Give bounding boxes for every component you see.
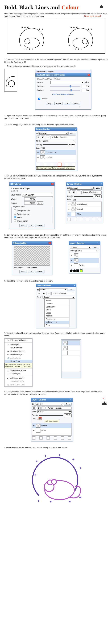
eye-icon[interactable]: 👁	[33, 430, 35, 432]
new-layer-icon[interactable]	[32, 436, 35, 440]
help-button[interactable]: Help	[46, 102, 53, 105]
anchor-layer-icon[interactable]	[65, 163, 68, 166]
cancel-button[interactable]: Cancel	[35, 270, 44, 273]
image-select[interactable]: Untitled-1	[34, 403, 63, 406]
eye-icon[interactable]: 👁	[68, 213, 70, 215]
duplicate-layer-icon[interactable]	[58, 163, 61, 166]
close-icon[interactable]: ×	[75, 128, 76, 130]
width-input[interactable]	[24, 198, 36, 201]
ok-button[interactable]: OK	[64, 102, 70, 105]
fill-fg-radio[interactable]	[14, 209, 16, 212]
navi-link[interactable]: ⊹Navigat...	[59, 292, 67, 294]
cancel-button[interactable]: Cancel	[71, 102, 80, 105]
presets-select[interactable]	[50, 81, 84, 84]
layer-lineart-copy[interactable]: 👁Line Art copy	[67, 202, 101, 207]
eye-icon[interactable]: 👁	[68, 208, 70, 210]
image-select[interactable]: Untitled-1	[70, 246, 91, 249]
height-input[interactable]	[24, 201, 36, 205]
brightness-slider[interactable]	[50, 86, 80, 87]
help-button[interactable]: Help	[19, 270, 27, 273]
tab-channels-icon[interactable]: ◧	[41, 136, 45, 139]
image-select[interactable]: Untitled-1	[39, 132, 68, 135]
raise-layer-icon[interactable]	[74, 218, 77, 221]
contrast-value[interactable]	[81, 89, 89, 92]
brush-swatch[interactable]	[76, 270, 79, 272]
mode-option[interactable]: Dodge	[45, 312, 69, 314]
image-select[interactable]: Untitled-1	[70, 187, 93, 190]
layer-lineart[interactable]: 👁Line Art	[32, 423, 71, 428]
tab-paths-icon[interactable]: 〰	[77, 190, 81, 194]
unit-select[interactable]: px	[37, 201, 43, 205]
layer-lineart-copy[interactable]: 👁Line Art copy	[36, 150, 76, 155]
menu-new-layer[interactable]: ＋New Layer...	[5, 343, 32, 346]
fill-bg-radio[interactable]	[14, 212, 16, 215]
layer-row[interactable]	[62, 350, 80, 356]
undo-link[interactable]: ↺ Undo	[52, 136, 58, 138]
tab-layers-icon[interactable]: ▤	[32, 406, 36, 410]
lock-alpha-icon[interactable]: ▦	[43, 147, 45, 149]
delete-layer-icon[interactable]	[98, 218, 101, 221]
tab-layers-icon[interactable]: ▤	[37, 292, 41, 295]
tab-channels-icon[interactable]: ◧	[72, 190, 76, 194]
auto-button[interactable]: Auto	[68, 288, 75, 291]
image-select[interactable]: Untitled-1	[39, 288, 67, 291]
mode-select[interactable]: Normal	[42, 140, 76, 142]
layer-lineart-copy[interactable]: 👁	[70, 253, 99, 258]
raise-layer-icon[interactable]	[39, 436, 42, 440]
close-icon[interactable]: ×	[88, 74, 90, 76]
close-icon[interactable]: ×	[100, 183, 102, 185]
eye-icon[interactable]: 👁	[71, 264, 73, 266]
tab-paths-icon[interactable]: 〰	[41, 406, 45, 410]
mode-select[interactable]: Normal	[75, 250, 99, 252]
tab-layers-icon[interactable]: ▤	[67, 190, 71, 194]
menu-new-from-visible[interactable]: New from Visible	[5, 346, 32, 350]
duplicate-layer-icon[interactable]	[54, 436, 57, 440]
raise-layer-icon[interactable]	[44, 163, 47, 166]
brush-swatch[interactable]	[73, 270, 76, 272]
fill-trans-radio[interactable]	[14, 219, 16, 222]
menu-edit-attributes[interactable]: ✎Edit Layer Attributes...	[5, 338, 32, 342]
lower-layer-icon[interactable]	[80, 218, 83, 221]
tab-layers-icon[interactable]: ▤	[36, 136, 40, 139]
edit-as-levels-link[interactable]: Edit these Settings as Levels	[37, 93, 89, 96]
mode-select[interactable]: Normal	[37, 410, 71, 413]
mode-option[interactable]: Burn	[45, 324, 69, 327]
lower-layer-icon[interactable]	[46, 436, 50, 440]
presets-add-icon[interactable]: ➕	[85, 81, 87, 84]
layer-white[interactable]: 👁White	[32, 428, 71, 433]
mode-option-multiply[interactable]: Multiply	[45, 320, 69, 324]
menu-new-layer-group[interactable]: ▣New Layer Group...	[5, 350, 32, 353]
menu-scale-layer[interactable]: ↔Scale Layer...	[5, 372, 32, 376]
layer-lineart[interactable]: 👁Line Art	[67, 207, 101, 212]
undo-link[interactable]: ↺Undo	[83, 191, 88, 193]
layer-lineart[interactable]: 👁	[70, 258, 99, 263]
delete-layer-icon[interactable]	[72, 163, 75, 166]
eye-icon[interactable]: 👁	[33, 425, 35, 427]
help-button[interactable]: Help	[19, 224, 27, 227]
new-layer-icon[interactable]	[68, 218, 71, 221]
close-icon[interactable]: ×	[98, 242, 99, 244]
opacity-slider[interactable]	[39, 415, 63, 416]
ok-button[interactable]: OK	[28, 224, 34, 227]
lock-alpha-icon[interactable]: ▦	[74, 198, 76, 201]
layer-white[interactable]: 👁White	[70, 263, 99, 268]
eye-icon[interactable]: 👁	[37, 156, 39, 158]
opacity-value[interactable]	[64, 414, 72, 417]
eye-icon[interactable]: 👁	[71, 254, 73, 256]
layer-row[interactable]	[62, 346, 80, 350]
mode-option[interactable]: Screen	[45, 308, 69, 312]
cancel-button[interactable]: Cancel	[35, 224, 44, 227]
undo-link[interactable]: ↺Undo	[53, 292, 58, 294]
opacity-slider[interactable]	[74, 196, 93, 197]
anchor-layer-icon[interactable]	[92, 218, 95, 221]
contrast-slider[interactable]	[50, 90, 80, 91]
opacity-slider[interactable]	[43, 144, 67, 145]
lower-layer-icon[interactable]	[51, 163, 54, 166]
mode-option[interactable]: Lighten only	[45, 306, 69, 308]
close-icon[interactable]: ×	[51, 183, 53, 185]
tab-channels-icon[interactable]: ◧	[37, 406, 41, 410]
presets-menu-icon[interactable]: ◂	[88, 81, 89, 84]
layer-name-input[interactable]	[22, 193, 53, 197]
auto-button[interactable]: Auto	[68, 132, 76, 135]
lock-alpha-icon[interactable]: ▦	[39, 418, 41, 420]
